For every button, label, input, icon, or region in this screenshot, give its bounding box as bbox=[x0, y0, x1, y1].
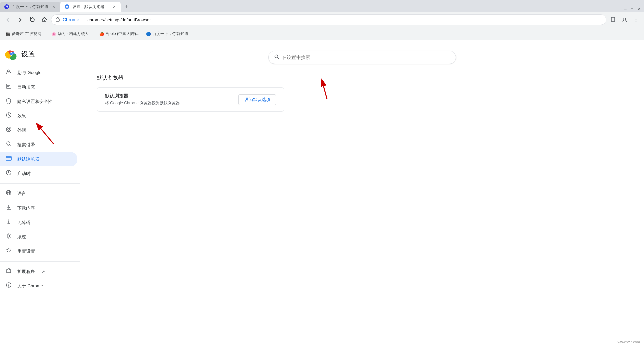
google-icon bbox=[5, 69, 12, 76]
bookmark-apple[interactable]: 🍎 Apple (中国大陆)... bbox=[97, 30, 142, 38]
search-input[interactable] bbox=[282, 55, 450, 60]
sidebar-item-reset[interactable]: 重置设置 bbox=[0, 244, 77, 258]
sidebar-item-appearance[interactable]: 外观 bbox=[0, 123, 77, 137]
nav-right-buttons bbox=[608, 14, 641, 25]
sidebar-label-system: 系统 bbox=[17, 234, 26, 240]
window-controls: ─ □ ✕ bbox=[620, 6, 644, 12]
bookmark-iqiyi[interactable]: 🎬 爱奇艺-在线视网... bbox=[3, 30, 47, 38]
sidebar-label-appearance: 外观 bbox=[17, 127, 26, 133]
sidebar-label-accessibility: 无障碍 bbox=[17, 220, 31, 226]
system-icon bbox=[5, 233, 12, 241]
sidebar-label-search-engine: 搜索引擎 bbox=[17, 142, 35, 148]
new-tab-button[interactable]: + bbox=[122, 2, 131, 12]
sidebar-item-downloads[interactable]: 下载内容 bbox=[0, 201, 77, 215]
bookmark-huawei[interactable]: 🌸 华为 · 构建万物互... bbox=[49, 30, 95, 38]
sidebar-header: 设置 bbox=[0, 45, 80, 65]
tab-baidu[interactable]: 百 百度一下，你就知道 ✕ bbox=[0, 2, 60, 12]
sidebar-label-reset: 重置设置 bbox=[17, 248, 35, 254]
address-bar[interactable]: Chrome | chrome://settings/defaultBrowse… bbox=[51, 14, 606, 25]
refresh-button[interactable] bbox=[27, 14, 38, 25]
sidebar-label-downloads: 下载内容 bbox=[17, 205, 35, 211]
bookmark-button[interactable] bbox=[608, 14, 619, 25]
tab-close-settings[interactable]: ✕ bbox=[111, 4, 117, 9]
sidebar-label-autofill: 自动填充 bbox=[17, 84, 35, 90]
sidebar-item-accessibility[interactable]: 无障碍 bbox=[0, 215, 77, 230]
sidebar-item-privacy[interactable]: 隐私设置和安全性 bbox=[0, 94, 77, 109]
extensions-icon bbox=[5, 268, 12, 275]
svg-point-35 bbox=[8, 284, 9, 284]
settings-search-bar[interactable] bbox=[268, 51, 456, 64]
sidebar-item-default-browser[interactable]: 默认浏览器 bbox=[0, 152, 77, 166]
sidebar: 设置 您与 Google 自动填充 隐私设置和安全性 效果 bbox=[0, 40, 80, 348]
tab-title-settings: 设置 - 默认浏览器 bbox=[72, 4, 109, 10]
sidebar-label-startup: 启动时 bbox=[17, 171, 31, 177]
set-default-button[interactable]: 设为默认选项 bbox=[238, 94, 276, 105]
card-title: 默认浏览器 bbox=[105, 93, 180, 99]
reset-icon bbox=[5, 247, 12, 255]
sidebar-label-extensions: 扩展程序 bbox=[17, 269, 35, 275]
sidebar-label-google: 您与 Google bbox=[17, 70, 42, 76]
autofill-icon bbox=[5, 83, 12, 91]
bookmark-apple-label: Apple (中国大陆)... bbox=[106, 31, 139, 37]
address-chrome-label: Chrome bbox=[63, 17, 79, 22]
home-button[interactable] bbox=[39, 14, 50, 25]
tab-favicon-settings bbox=[64, 4, 70, 9]
sidebar-title: 设置 bbox=[21, 50, 35, 59]
sidebar-item-autofill[interactable]: 自动填充 bbox=[0, 80, 77, 94]
svg-point-5 bbox=[624, 18, 626, 20]
restore-button[interactable]: □ bbox=[629, 6, 635, 12]
svg-point-31 bbox=[8, 220, 9, 221]
sidebar-item-performance[interactable]: 效果 bbox=[0, 109, 77, 123]
sidebar-item-startup[interactable]: 启动时 bbox=[0, 166, 77, 181]
content-area: 默认浏览器 默认浏览器 将 Google Chrome 浏览器设为默认浏览器 设… bbox=[80, 40, 644, 348]
sidebar-divider-2 bbox=[0, 261, 80, 262]
sidebar-item-system[interactable]: 系统 bbox=[0, 230, 77, 244]
card-left: 默认浏览器 将 Google Chrome 浏览器设为默认浏览器 bbox=[105, 93, 180, 106]
svg-point-7 bbox=[636, 19, 636, 20]
bookmark-iqiyi-icon: 🎬 bbox=[5, 32, 10, 36]
svg-line-37 bbox=[278, 58, 279, 59]
svg-point-12 bbox=[10, 53, 13, 55]
chrome-logo bbox=[5, 48, 17, 60]
svg-point-24 bbox=[7, 157, 7, 157]
tab-title-baidu: 百度一下，你就知道 bbox=[12, 4, 49, 10]
navbar: Chrome | chrome://settings/defaultBrowse… bbox=[0, 12, 644, 28]
back-button[interactable] bbox=[3, 14, 13, 25]
sidebar-item-languages[interactable]: 语言 bbox=[0, 186, 77, 201]
sidebar-item-google[interactable]: 您与 Google bbox=[0, 65, 77, 80]
svg-point-26 bbox=[8, 172, 9, 173]
bookmark-baidu[interactable]: 🔵 百度一下，你就知道 bbox=[143, 30, 191, 38]
default-browser-card: 默认浏览器 将 Google Chrome 浏览器设为默认浏览器 设为默认选项 bbox=[97, 87, 284, 112]
tab-favicon-baidu: 百 bbox=[4, 4, 9, 9]
titlebar: 百 百度一下，你就知道 ✕ 设置 - 默认浏览器 ✕ + ─ □ ✕ bbox=[0, 0, 644, 12]
startup-icon bbox=[5, 170, 12, 177]
bookmark-apple-icon: 🍎 bbox=[99, 32, 104, 36]
svg-point-32 bbox=[8, 235, 10, 237]
sidebar-label-privacy: 隐私设置和安全性 bbox=[17, 99, 52, 105]
about-icon bbox=[5, 282, 12, 290]
minimize-button[interactable]: ─ bbox=[623, 6, 628, 12]
privacy-icon bbox=[5, 98, 12, 105]
address-separator: | bbox=[84, 17, 85, 22]
sidebar-item-search-engine[interactable]: 搜索引擎 bbox=[0, 137, 77, 152]
tabs-area: 百 百度一下，你就知道 ✕ 设置 - 默认浏览器 ✕ + bbox=[0, 0, 620, 12]
svg-text:百: 百 bbox=[5, 5, 9, 9]
forward-button[interactable] bbox=[15, 14, 25, 25]
downloads-icon bbox=[5, 204, 12, 212]
languages-icon bbox=[5, 190, 12, 197]
tab-close-baidu[interactable]: ✕ bbox=[51, 4, 56, 9]
svg-point-8 bbox=[636, 21, 636, 22]
sidebar-label-default-browser: 默认浏览器 bbox=[17, 156, 39, 162]
bookmarks-bar: 🎬 爱奇艺-在线视网... 🌸 华为 · 构建万物互... 🍎 Apple (中… bbox=[0, 28, 644, 40]
address-text: chrome://settings/defaultBrowser bbox=[87, 17, 602, 22]
search-bar-container bbox=[97, 51, 628, 64]
sidebar-label-about: 关于 Chrome bbox=[17, 283, 43, 289]
svg-point-19 bbox=[8, 128, 10, 130]
sidebar-item-extensions[interactable]: 扩展程序 ↗ bbox=[0, 264, 77, 279]
menu-button[interactable] bbox=[631, 14, 641, 25]
svg-point-6 bbox=[636, 18, 636, 18]
tab-settings[interactable]: 设置 - 默认浏览器 ✕ bbox=[60, 2, 121, 12]
profile-button[interactable] bbox=[619, 14, 630, 25]
sidebar-item-about[interactable]: 关于 Chrome bbox=[0, 279, 77, 293]
close-button[interactable]: ✕ bbox=[636, 6, 641, 12]
